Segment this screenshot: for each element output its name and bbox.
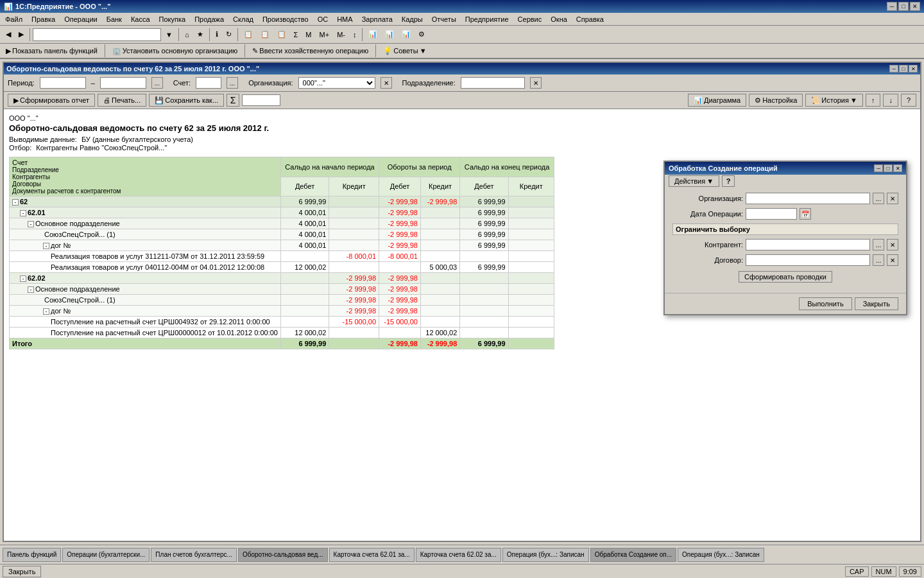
advice-btn[interactable]: 💡 Советы ▼	[380, 44, 429, 58]
table-row[interactable]: СоюзСпецСтрой... (1)-2 999,98-2 999,98	[10, 295, 554, 306]
menu-os[interactable]: ОС	[314, 14, 332, 24]
extra-btn2[interactable]: 📊	[382, 28, 397, 42]
expand-btn[interactable]: -	[28, 221, 34, 227]
taskbar-item-1[interactable]: Операции (бухгалтерски...	[62, 548, 150, 562]
report-minimize-btn[interactable]: ─	[889, 65, 898, 73]
info-btn[interactable]: ℹ	[212, 28, 221, 42]
dialog-restore-btn[interactable]: □	[884, 164, 893, 172]
subdiv-clear-btn[interactable]: ✕	[530, 77, 542, 89]
table-row[interactable]: -62.02-2 999,98-2 999,98	[10, 273, 554, 284]
expand-btn[interactable]: -	[20, 210, 26, 216]
extra-btn1[interactable]: 📊	[365, 28, 381, 42]
menu-hr[interactable]: Кадры	[398, 14, 427, 24]
account-input[interactable]: 62	[196, 77, 221, 89]
panel-func-btn[interactable]: ▶ Показать панель функций	[3, 44, 101, 58]
dialog-contract-input[interactable]: дог №	[746, 254, 870, 266]
icon-btn2[interactable]: 📋	[257, 28, 273, 42]
menu-cash[interactable]: Касса	[127, 14, 154, 24]
icon-btn1[interactable]: 📋	[241, 28, 256, 42]
menu-service[interactable]: Сервис	[514, 14, 546, 24]
expand-btn[interactable]: -	[43, 243, 49, 249]
period-from-input[interactable]: 25.07.2012	[40, 77, 86, 89]
menu-bank[interactable]: Банк	[103, 14, 126, 24]
sum-input[interactable]: 0,00	[242, 94, 280, 106]
m-btn[interactable]: M	[302, 28, 314, 42]
taskbar-item-4[interactable]: Карточка счета 62.01 за...	[329, 548, 415, 562]
report-restore-btn[interactable]: □	[899, 65, 908, 73]
diagram-btn[interactable]: 📊 Диаграмма	[688, 94, 746, 107]
back-btn[interactable]: ◀	[3, 28, 14, 42]
menu-reports[interactable]: Отчеты	[428, 14, 460, 24]
dialog-date-input[interactable]: 25.07.2012	[746, 208, 797, 220]
menu-sales[interactable]: Продажа	[191, 14, 228, 24]
dialog-help-btn[interactable]: ?	[722, 175, 735, 187]
close-btn[interactable]: ✕	[910, 2, 920, 11]
dialog-contract-clear-btn[interactable]: ✕	[887, 254, 898, 266]
forward-btn[interactable]: ▶	[15, 28, 27, 42]
menu-windows[interactable]: Окна	[547, 14, 571, 24]
print-btn[interactable]: 🖨 Печать...	[98, 94, 146, 107]
table-row[interactable]: СоюзСпецСтрой... (1)4 000,01-2 999,986 9…	[10, 229, 554, 240]
taskbar-item-6[interactable]: Операция (бух...: Записан	[502, 548, 589, 562]
table-row[interactable]: -Основное подразделение4 000,01-2 999,98…	[10, 218, 554, 229]
expand-btn[interactable]: -	[43, 308, 49, 315]
taskbar-item-7[interactable]: Обработка Создание оп...	[590, 548, 676, 562]
report-window-controls[interactable]: ─ □ ✕	[889, 65, 918, 73]
menu-salary[interactable]: Зарплата	[358, 14, 397, 24]
period-pick-btn[interactable]: ...	[151, 77, 163, 89]
dialog-window-controls[interactable]: ─ □ ✕	[874, 164, 902, 172]
calendar-btn[interactable]: 📅	[800, 208, 811, 220]
enter-op-btn[interactable]: ✎ Ввести хозяйственную операцию	[249, 44, 372, 58]
actions-dropdown-btn[interactable]: Действия ▼	[669, 175, 719, 187]
taskbar-item-5[interactable]: Карточка счета 62.02 за...	[416, 548, 501, 562]
sigma-btn[interactable]: Σ	[227, 94, 239, 107]
dialog-close-btn[interactable]: ✕	[893, 164, 902, 172]
location-combo[interactable]: СоюзСпецСтрой 78143174	[33, 28, 161, 41]
extra-btn4[interactable]: ⚙	[415, 28, 428, 42]
table-row[interactable]: -62.014 000,01-2 999,986 999,99	[10, 207, 554, 218]
set-org-btn[interactable]: 🏢 Установить основную организацию	[109, 44, 241, 58]
nav-up-btn[interactable]: ↑	[866, 94, 881, 107]
table-row[interactable]: Поступление на расчетный счет ЦРШ004932 …	[10, 317, 554, 328]
table-row[interactable]: -дог №-2 999,98-2 999,98	[10, 306, 554, 317]
dialog-contractor-pick-btn[interactable]: ...	[873, 239, 884, 250]
dialog-contractor-clear-btn[interactable]: ✕	[887, 239, 898, 250]
question-btn[interactable]: ?	[901, 94, 916, 107]
maximize-btn[interactable]: □	[898, 2, 909, 11]
extra-btn3[interactable]: 📊	[398, 28, 414, 42]
home-btn[interactable]: ⌂	[182, 28, 193, 42]
dialog-org-clear-btn[interactable]: ✕	[887, 193, 898, 204]
dialog-contractor-input[interactable]: СоюзСпецСтрой...	[746, 239, 870, 250]
report-close-btn[interactable]: ✕	[909, 65, 918, 73]
arrow-btn[interactable]: ↕	[350, 28, 360, 42]
table-row[interactable]: Реализация товаров и услуг 040112-004М о…	[10, 262, 554, 273]
taskbar-item-8[interactable]: Операция (бух...: Записан	[678, 548, 764, 562]
org-clear-btn[interactable]: ✕	[381, 77, 392, 89]
taskbar-item-0[interactable]: Панель функций	[3, 548, 61, 562]
calc-btn[interactable]: Σ	[291, 28, 302, 42]
nav-down-btn[interactable]: ↓	[883, 94, 898, 107]
menu-production[interactable]: Производство	[259, 14, 312, 24]
dialog-contract-pick-btn[interactable]: ...	[873, 254, 884, 266]
table-row[interactable]: -дог №4 000,01-2 999,986 999,99	[10, 240, 554, 251]
menu-warehouse[interactable]: Склад	[229, 14, 257, 24]
form-report-btn[interactable]: ▶ Сформировать отчет	[8, 94, 95, 107]
refresh-btn[interactable]: ↻	[223, 28, 235, 42]
dialog-minimize-btn[interactable]: ─	[874, 164, 883, 172]
menu-purchase[interactable]: Покупка	[155, 14, 190, 24]
menu-operations[interactable]: Операции	[60, 14, 101, 24]
expand-btn[interactable]: -	[12, 199, 19, 206]
menu-edit[interactable]: Правка	[28, 14, 59, 24]
table-row[interactable]: -Основное подразделение-2 999,98-2 999,9…	[10, 284, 554, 295]
form-entries-btn[interactable]: Сформировать проводки	[739, 271, 832, 283]
table-row[interactable]: Поступление на расчетный счет ЦРШ0000001…	[10, 328, 554, 338]
save-btn[interactable]: 💾 Сохранить как...	[149, 94, 224, 107]
taskbar-item-2[interactable]: План счетов бухгалтерс...	[151, 548, 237, 562]
star-btn[interactable]: ★	[194, 28, 207, 42]
history-btn[interactable]: 📜 История ▼	[805, 94, 863, 107]
expand-btn[interactable]: -	[20, 276, 26, 282]
account-pick-btn[interactable]: ...	[227, 77, 238, 89]
dialog-org-pick-btn[interactable]: ...	[873, 193, 884, 204]
m-add-btn[interactable]: M+	[316, 28, 333, 42]
menu-help[interactable]: Справка	[572, 14, 608, 24]
